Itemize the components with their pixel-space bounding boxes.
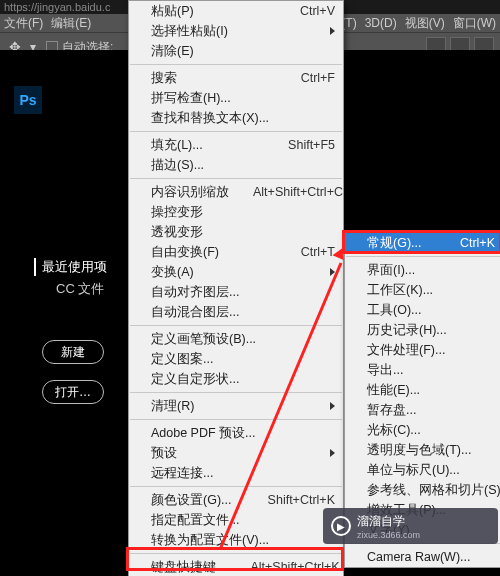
edit-menu-item-15[interactable]: 变换(A) — [129, 262, 343, 282]
new-button[interactable]: 新建 — [42, 340, 104, 364]
menu-view[interactable]: 视图(V) — [401, 15, 449, 32]
watermark: ▶ 溜溜自学 zixue.3d66.com — [323, 508, 498, 544]
menu-edit[interactable]: 编辑(E) — [47, 15, 95, 32]
prefs-submenu-item-2[interactable]: 界面(I)... — [345, 260, 500, 280]
recent-items-label[interactable]: 最近使用项 — [34, 258, 107, 276]
edit-menu-item-21[interactable]: 定义自定形状... — [129, 369, 343, 389]
edit-menu-item-1[interactable]: 选择性粘贴(I) — [129, 21, 343, 41]
prefs-submenu-item-4[interactable]: 工具(O)... — [345, 300, 500, 320]
edit-menu-item-25[interactable]: Adobe PDF 预设... — [129, 423, 343, 443]
edit-menu-item-5[interactable]: 拼写检查(H)... — [129, 88, 343, 108]
edit-menu-item-30[interactable]: 指定配置文件... — [129, 510, 343, 530]
menu-file[interactable]: 文件(F) — [0, 15, 47, 32]
edit-menu: 粘贴(P)Ctrl+V选择性粘贴(I)清除(E)搜索Ctrl+F拼写检查(H).… — [128, 0, 344, 576]
edit-menu-item-4[interactable]: 搜索Ctrl+F — [129, 68, 343, 88]
prefs-submenu-item-11[interactable]: 透明度与色域(T)... — [345, 440, 500, 460]
edit-menu-item-2[interactable]: 清除(E) — [129, 41, 343, 61]
prefs-submenu-item-17[interactable]: Camera Raw(W)... — [345, 547, 500, 567]
edit-menu-item-8[interactable]: 填充(L)...Shift+F5 — [129, 135, 343, 155]
prefs-submenu-item-7[interactable]: 导出... — [345, 360, 500, 380]
edit-menu-item-9[interactable]: 描边(S)... — [129, 155, 343, 175]
edit-menu-item-11[interactable]: 内容识别缩放Alt+Shift+Ctrl+C — [129, 182, 343, 202]
prefs-submenu-item-5[interactable]: 历史记录(H)... — [345, 320, 500, 340]
edit-menu-item-26[interactable]: 预设 — [129, 443, 343, 463]
ps-logo: Ps — [14, 86, 42, 114]
edit-menu-item-27[interactable]: 远程连接... — [129, 463, 343, 483]
open-button[interactable]: 打开… — [42, 380, 104, 404]
edit-menu-item-0[interactable]: 粘贴(P)Ctrl+V — [129, 1, 343, 21]
edit-menu-item-16[interactable]: 自动对齐图层... — [129, 282, 343, 302]
prefs-submenu-item-9[interactable]: 暂存盘... — [345, 400, 500, 420]
prefs-submenu-item-8[interactable]: 性能(E)... — [345, 380, 500, 400]
prefs-submenu-item-6[interactable]: 文件处理(F)... — [345, 340, 500, 360]
edit-menu-item-13[interactable]: 透视变形 — [129, 222, 343, 242]
prefs-submenu-item-13[interactable]: 参考线、网格和切片(S)... — [345, 480, 500, 500]
menu-window[interactable]: 窗口(W) — [449, 15, 500, 32]
edit-menu-item-14[interactable]: 自由变换(F)Ctrl+T — [129, 242, 343, 262]
menu-3d[interactable]: 3D(D) — [361, 16, 401, 30]
edit-menu-item-29[interactable]: 颜色设置(G)...Shift+Ctrl+K — [129, 490, 343, 510]
edit-menu-item-20[interactable]: 定义图案... — [129, 349, 343, 369]
prefs-submenu-item-0[interactable]: 常规(G)...Ctrl+K — [345, 233, 500, 253]
edit-menu-item-23[interactable]: 清理(R) — [129, 396, 343, 416]
cc-file-label[interactable]: CC 文件 — [56, 280, 104, 298]
edit-menu-item-31[interactable]: 转换为配置文件(V)... — [129, 530, 343, 550]
edit-menu-item-6[interactable]: 查找和替换文本(X)... — [129, 108, 343, 128]
edit-menu-item-12[interactable]: 操控变形 — [129, 202, 343, 222]
edit-menu-item-17[interactable]: 自动混合图层... — [129, 302, 343, 322]
watermark-logo-icon: ▶ — [331, 516, 351, 536]
prefs-submenu-item-3[interactable]: 工作区(K)... — [345, 280, 500, 300]
prefs-submenu-item-12[interactable]: 单位与标尺(U)... — [345, 460, 500, 480]
edit-menu-item-33[interactable]: 键盘快捷键...Alt+Shift+Ctrl+K — [129, 557, 343, 576]
edit-menu-item-19[interactable]: 定义画笔预设(B)... — [129, 329, 343, 349]
prefs-submenu-item-10[interactable]: 光标(C)... — [345, 420, 500, 440]
